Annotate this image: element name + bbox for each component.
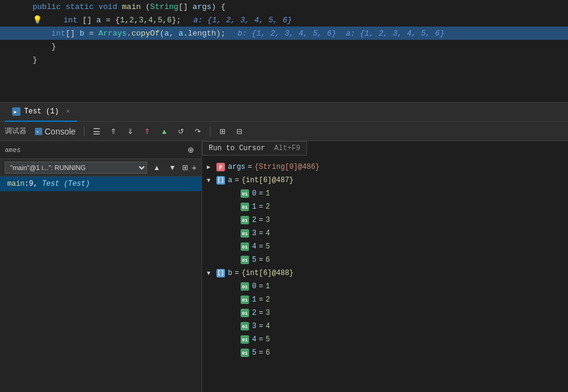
console-label: Console xyxy=(45,127,75,136)
debug-main: ames ⊕ "main"@1 i...": RUNNING ▲ ▼ ⊞ + m… xyxy=(0,141,568,392)
args-eq: = xyxy=(248,163,252,171)
bulb-icon[interactable]: 💡 xyxy=(33,15,42,25)
b-4-icon: 01 xyxy=(241,335,249,344)
args-value: {String[0]@486} xyxy=(254,163,320,171)
var-b-3[interactable]: 01 3 = 4 xyxy=(202,320,568,333)
debug-toolbar: 调试器 > Console ☰ ⇑ ⇓ ⇑ ▲ ↺ ↷ ⊞ ⊟ xyxy=(0,122,568,141)
variables-panel: Run to Cursor Alt+F9 p args = {String[0]… xyxy=(202,141,568,392)
resume-button[interactable]: ▲ xyxy=(157,124,171,139)
a-3-icon: 01 xyxy=(241,229,249,238)
b-name: b xyxy=(228,269,232,277)
tooltip-shortcut: Alt+F9 xyxy=(274,144,300,153)
pause-button[interactable]: ↷ xyxy=(191,124,205,139)
var-a-2[interactable]: 01 2 = 3 xyxy=(202,213,568,227)
step-into-icon: ⇓ xyxy=(127,127,133,136)
a-1-icon: 01 xyxy=(241,203,249,211)
b-3-icon: 01 xyxy=(241,322,249,330)
b-2-icon: 01 xyxy=(241,309,249,317)
step-into-button[interactable]: ⇓ xyxy=(123,124,137,139)
code-line-1: public static void main (String[] args) … xyxy=(0,0,568,13)
b-3-val: 4 xyxy=(265,322,270,330)
svg-text:>: > xyxy=(36,130,39,134)
rerun-icon: ↺ xyxy=(178,127,184,136)
hamburger-icon: ☰ xyxy=(93,127,101,136)
var-a-5[interactable]: 01 5 = 6 xyxy=(202,253,568,267)
variable-tree: p args = {String[0]@486} [] a = {int[6]@… xyxy=(202,158,568,362)
var-b-1[interactable]: 01 1 = 2 xyxy=(202,293,568,306)
thread-up-btn[interactable]: ▲ xyxy=(151,162,163,173)
var-a-0[interactable]: 01 0 = 1 xyxy=(202,187,568,200)
b-1-val: 2 xyxy=(265,296,270,304)
code-line-2: 💡 int [] a = {1,2,3,4,5,6}; a: {1, 2, 3,… xyxy=(0,13,568,27)
hamburger-button[interactable]: ☰ xyxy=(89,124,104,139)
var-b-4[interactable]: 01 4 = 5 xyxy=(202,333,568,346)
console-button[interactable]: > Console xyxy=(31,124,79,139)
frames-controls: ⊕ xyxy=(185,144,197,156)
column-view-button[interactable]: ⊟ xyxy=(232,124,247,139)
tab-label: Test (1) xyxy=(24,107,59,116)
svg-text:▶: ▶ xyxy=(14,109,17,115)
column-icon: ⊟ xyxy=(236,127,242,136)
b-0-val: 1 xyxy=(265,282,270,291)
inline-result-a: a: {1, 2, 3, 4, 5, 6} xyxy=(193,16,292,25)
b-4-val: 5 xyxy=(265,335,270,344)
a-value: {int[6]@487} xyxy=(241,176,293,185)
a-2-val: 3 xyxy=(265,216,270,224)
debug-tabbar: ▶ Test (1) × xyxy=(0,103,568,122)
a-3-name: 3 xyxy=(252,229,256,238)
debugger-label: 调试器 xyxy=(5,126,27,136)
sep-2 xyxy=(210,127,210,136)
var-b-2[interactable]: 01 2 = 3 xyxy=(202,306,568,320)
step-out-icon: ⇑ xyxy=(144,127,150,136)
tab-test1[interactable]: ▶ Test (1) × xyxy=(5,103,77,122)
thread-filter-btn[interactable]: ⊞ xyxy=(182,163,188,172)
var-args[interactable]: p args = {String[0]@486} xyxy=(202,160,568,174)
b-expand-arrow[interactable] xyxy=(207,270,214,277)
args-expand-arrow[interactable] xyxy=(207,163,214,171)
a-name: a xyxy=(228,176,232,185)
b-5-name: 5 xyxy=(252,349,256,357)
a-4-icon: 01 xyxy=(241,242,249,251)
step-out-button[interactable]: ⇑ xyxy=(140,124,154,139)
resume-icon: ▲ xyxy=(160,127,168,136)
b-icon: [] xyxy=(216,269,225,277)
args-icon: p xyxy=(216,163,225,171)
add-watch-btn[interactable]: + xyxy=(192,163,197,172)
code-line-3: int[] b = Arrays.copyOf(a, a.length); b:… xyxy=(0,27,568,40)
a-0-name: 0 xyxy=(252,189,256,198)
filter-button[interactable]: ⊕ xyxy=(185,144,197,156)
table-view-button[interactable]: ⊞ xyxy=(215,124,230,139)
code-editor: public static void main (String[] args) … xyxy=(0,0,568,103)
a-expand-arrow[interactable] xyxy=(207,177,214,184)
b-0-icon: 01 xyxy=(241,282,249,291)
a-2-icon: 01 xyxy=(241,216,249,224)
rerun-button[interactable]: ↺ xyxy=(174,124,188,139)
inline-result-b: b: {1, 2, 3, 4, 5, 6} a: {1, 2, 3, 4, 5,… xyxy=(238,29,444,38)
thread-select[interactable]: "main"@1 i...": RUNNING xyxy=(5,162,147,174)
console-icon: > xyxy=(35,128,42,135)
code-line-5: } xyxy=(0,53,568,66)
var-a-3[interactable]: 01 3 = 4 xyxy=(202,227,568,240)
a-eq: = xyxy=(235,176,239,185)
code-text-5: } xyxy=(33,55,37,65)
a-1-val: 2 xyxy=(265,203,270,211)
b-2-val: 3 xyxy=(265,309,270,317)
step-up-button[interactable]: ⇑ xyxy=(106,124,121,139)
stack-frame-0[interactable]: main:9, Test (Test) xyxy=(0,177,201,191)
a-0-icon: 01 xyxy=(241,189,249,198)
var-a-4[interactable]: 01 4 = 5 xyxy=(202,240,568,253)
frames-title: ames xyxy=(5,147,21,154)
var-a[interactable]: [] a = {int[6]@487} xyxy=(202,174,568,187)
var-b-5[interactable]: 01 5 = 6 xyxy=(202,346,568,359)
code-text-4: } xyxy=(33,42,56,51)
var-a-1[interactable]: 01 1 = 2 xyxy=(202,200,568,213)
b-1-icon: 01 xyxy=(241,296,249,304)
var-b-0[interactable]: 01 0 = 1 xyxy=(202,280,568,293)
thread-down-btn[interactable]: ▼ xyxy=(166,162,178,173)
a-0-val: 1 xyxy=(265,189,270,198)
b-5-val: 6 xyxy=(265,349,270,357)
b-value: {int[6]@488} xyxy=(241,269,293,277)
tab-close-icon[interactable]: × xyxy=(66,108,71,115)
frames-panel: ames ⊕ "main"@1 i...": RUNNING ▲ ▼ ⊞ + m… xyxy=(0,141,202,392)
var-b[interactable]: [] b = {int[6]@488} xyxy=(202,267,568,280)
